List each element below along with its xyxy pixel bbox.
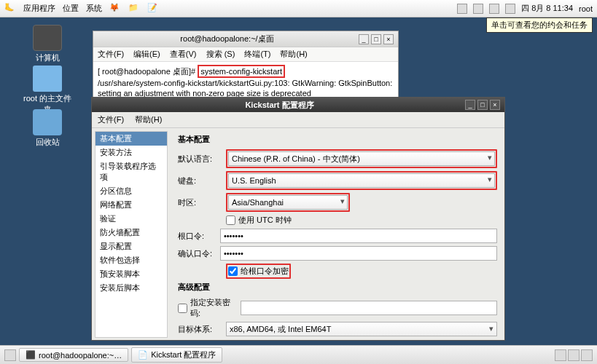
- sidebar-item-prescript[interactable]: 预安装脚本: [95, 267, 167, 281]
- menu-places[interactable]: 位置: [63, 3, 79, 14]
- check-encrypt[interactable]: [228, 266, 238, 276]
- kickstart-menubar: 文件(F) 帮助(H): [92, 112, 504, 128]
- sidebar-item-partition[interactable]: 分区信息: [95, 184, 167, 198]
- clock[interactable]: 四 8月 8 11:34: [521, 3, 573, 14]
- label-rootpw: 根口令:: [178, 231, 216, 242]
- sidebar-item-postscript[interactable]: 安装后脚本: [95, 281, 167, 295]
- term-menu-view[interactable]: 查看(V): [170, 50, 197, 58]
- kickstart-main: 基本配置 默认语言: Chinese (P.R. of China) - 中文(…: [171, 128, 504, 341]
- show-desktop-button[interactable]: [4, 349, 16, 361]
- kickstart-sidebar: 基本配置 安装方法 引导装载程序选项 分区信息 网络配置 验证 防火墙配置 显示…: [95, 131, 168, 338]
- task-kickstart[interactable]: 📄Kickstart 配置程序: [131, 347, 222, 363]
- sidebar-item-network[interactable]: 网络配置: [95, 198, 167, 212]
- minimize-button[interactable]: _: [465, 100, 475, 110]
- term-menu-terminal[interactable]: 终端(T): [244, 50, 270, 58]
- select-tz[interactable]: Asia/Shanghai: [228, 195, 348, 210]
- sidebar-item-install[interactable]: 安装方法: [95, 146, 167, 159]
- sidebar-item-packages[interactable]: 软件包选择: [95, 253, 167, 267]
- input-rootpw[interactable]: [220, 229, 497, 243]
- label-kbd: 键盘:: [178, 175, 222, 186]
- check-instpw[interactable]: [178, 304, 187, 313]
- file-manager-icon[interactable]: 📁: [128, 3, 140, 15]
- input-confirm[interactable]: [220, 246, 497, 261]
- kickstart-title: Kickstart 配置程序: [96, 100, 463, 111]
- maximize-button[interactable]: □: [371, 34, 381, 44]
- clock-tooltip: 单击可查看您的约会和任务: [486, 17, 593, 33]
- network-icon[interactable]: [505, 4, 515, 14]
- bottom-panel: ⬛root@hadoopalone:~… 📄Kickstart 配置程序: [0, 345, 597, 364]
- label-tz: 时区:: [178, 197, 222, 208]
- sidebar-item-auth[interactable]: 验证: [95, 212, 167, 226]
- volume-icon[interactable]: [473, 4, 483, 14]
- firefox-icon[interactable]: 🦊: [109, 3, 121, 15]
- terminal-menubar: 文件(F) 编辑(E) 查看(V) 搜索 (S) 终端(T) 帮助(H): [93, 47, 398, 62]
- select-kbd[interactable]: U.S. English: [228, 173, 495, 188]
- gnome-foot-icon: 🦶: [4, 3, 16, 15]
- sidebar-item-bootloader[interactable]: 引导装载程序选项: [95, 159, 167, 184]
- desktop-computer[interactable]: 计算机: [22, 25, 73, 63]
- command-highlight: system-config-kickstart: [198, 65, 285, 78]
- sidebar-item-display[interactable]: 显示配置: [95, 240, 167, 253]
- check-utc[interactable]: [226, 215, 235, 225]
- maximize-button[interactable]: □: [477, 100, 488, 110]
- term-menu-edit[interactable]: 编辑(E): [133, 50, 160, 58]
- select-arch[interactable]: x86, AMD64, 或 Intel EM64T: [226, 322, 497, 336]
- terminal-title: root@hadoopalone:~/桌面: [98, 33, 356, 44]
- label-lang: 默认语言:: [178, 154, 222, 165]
- term-menu-help[interactable]: 帮助(H): [280, 50, 307, 58]
- input-instpw[interactable]: [241, 301, 497, 315]
- trash-applet[interactable]: [581, 349, 593, 361]
- top-panel: 🦶 应用程序 位置 系统 🦊 📁 📝 四 8月 8 11:34 root: [0, 0, 597, 17]
- term-menu-file[interactable]: 文件(F): [98, 50, 124, 58]
- sidebar-item-basic[interactable]: 基本配置: [95, 132, 167, 146]
- desktop-home[interactable]: root 的主文件夹: [22, 66, 73, 115]
- term-menu-search[interactable]: 搜索 (S): [206, 50, 235, 58]
- user-menu[interactable]: root: [579, 4, 593, 13]
- minimize-button[interactable]: _: [359, 34, 369, 44]
- label-arch: 目标体系:: [178, 324, 222, 335]
- kickstart-window: Kickstart 配置程序 _ □ × 文件(F) 帮助(H) 基本配置 安装…: [91, 97, 505, 341]
- section-basic: 基本配置: [178, 134, 497, 145]
- terminal-titlebar[interactable]: root@hadoopalone:~/桌面 _ □ ×: [93, 31, 398, 47]
- menu-system[interactable]: 系统: [86, 3, 102, 14]
- workspace-2[interactable]: [568, 349, 580, 361]
- notes-icon[interactable]: 📝: [147, 3, 159, 15]
- close-button[interactable]: ×: [383, 34, 394, 44]
- kick-menu-help[interactable]: 帮助(H): [135, 115, 162, 124]
- update-icon[interactable]: [457, 4, 467, 14]
- menu-apps[interactable]: 应用程序: [23, 3, 55, 14]
- workspace-1[interactable]: [555, 349, 566, 361]
- section-advanced: 高级配置: [178, 282, 497, 293]
- task-terminal[interactable]: ⬛root@hadoopalone:~…: [19, 348, 128, 362]
- kickstart-titlebar[interactable]: Kickstart 配置程序 _ □ ×: [92, 98, 504, 112]
- bluetooth-icon[interactable]: [489, 4, 499, 14]
- desktop-trash[interactable]: 回收站: [22, 109, 73, 148]
- close-button[interactable]: ×: [490, 100, 500, 110]
- kick-menu-file[interactable]: 文件(F): [98, 115, 124, 124]
- select-lang[interactable]: Chinese (P.R. of China) - 中文(简体): [228, 151, 495, 166]
- sidebar-item-firewall[interactable]: 防火墙配置: [95, 226, 167, 240]
- label-confirm: 确认口令:: [178, 248, 216, 259]
